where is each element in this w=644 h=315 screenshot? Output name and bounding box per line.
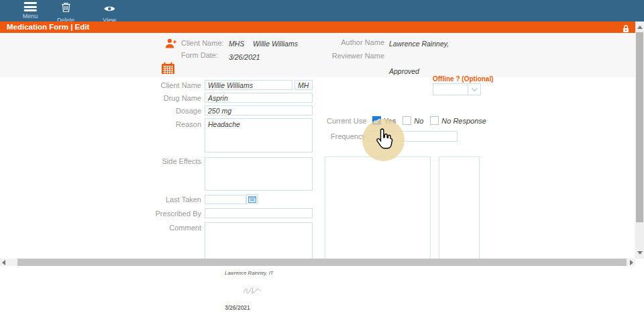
- frequency-input[interactable]: [368, 131, 458, 142]
- medication-form-screen: Menu Delete View: [0, 0, 644, 315]
- client-code-input[interactable]: [294, 80, 313, 90]
- frequency-group: Frequency: [331, 131, 458, 142]
- calendar-icon: [248, 195, 256, 203]
- current-use-no-checkbox[interactable]: [402, 116, 411, 125]
- reason-textarea[interactable]: Headache: [205, 118, 313, 152]
- current-use-no-label: No: [414, 117, 423, 125]
- prescribed-by-label: Prescribed By: [114, 210, 201, 218]
- client-name-label: Client Name: [114, 81, 201, 89]
- eye-icon: [103, 3, 115, 15]
- dosage-label: Dosage: [114, 107, 201, 115]
- header-reviewer-label: Reviewer Name: [304, 52, 384, 60]
- prescribed-by-input[interactable]: [205, 208, 313, 218]
- top-toolbar: Menu Delete View: [0, 0, 644, 21]
- person-add-icon: [164, 38, 178, 53]
- hamburger-icon: [23, 2, 36, 11]
- side-effects-label: Side Effects: [114, 157, 201, 165]
- offline-dropdown[interactable]: [433, 83, 481, 95]
- vertical-scrollbar-thumb[interactable]: [636, 32, 643, 222]
- comment-label: Comment: [114, 224, 201, 232]
- header-client-name: Willie Williams: [253, 40, 298, 48]
- comment-textarea[interactable]: [205, 222, 313, 261]
- trash-icon: [60, 2, 70, 15]
- header-form-date: 3/26/2021: [229, 53, 260, 61]
- menu-button[interactable]: Menu: [23, 2, 38, 19]
- notes-box-small[interactable]: [439, 156, 480, 261]
- header-client-name-label: Client Name:: [181, 39, 224, 47]
- header-author-label: Author Name: [304, 38, 384, 46]
- signature-name: Lawrence Rainney, IT: [225, 270, 273, 276]
- header-summary: Client Name: MHS Willie Williams Form Da…: [0, 33, 635, 77]
- client-name-input[interactable]: [205, 80, 292, 90]
- view-button[interactable]: View: [103, 2, 115, 24]
- scroll-up-arrow[interactable]: [637, 26, 643, 29]
- drug-name-input[interactable]: [205, 93, 313, 103]
- chevron-down-icon: [468, 84, 480, 95]
- last-taken-label: Last Taken: [114, 195, 201, 204]
- header-author-name: Lawrence Rainney,: [389, 40, 449, 48]
- last-taken-calendar-button[interactable]: [246, 194, 258, 204]
- scroll-right-arrow[interactable]: [630, 260, 633, 265]
- form-title-bar: Medication Form | Edit: [0, 21, 635, 33]
- side-effects-textarea[interactable]: [205, 157, 313, 191]
- header-form-date-label: Form Date:: [181, 51, 218, 59]
- approval-status: Approved: [389, 67, 419, 75]
- scroll-left-arrow[interactable]: [2, 260, 5, 265]
- vertical-scrollbar[interactable]: [635, 21, 644, 259]
- current-use-group: Current Use Yes No No Response: [327, 116, 493, 125]
- current-use-noresponse-label: No Response: [441, 117, 486, 125]
- drug-name-label: Drug Name: [114, 94, 201, 102]
- calendar-icon: [161, 62, 175, 77]
- delete-button[interactable]: Delete: [57, 2, 74, 24]
- header-client-code: MHS: [229, 40, 244, 48]
- menu-button-label: Menu: [23, 13, 38, 19]
- reason-label: Reason: [114, 120, 201, 128]
- current-use-label: Current Use: [327, 117, 366, 125]
- offline-dropdown-value: [433, 84, 468, 95]
- last-taken-input[interactable]: [205, 195, 246, 204]
- notes-box-large[interactable]: [325, 156, 431, 262]
- current-use-yes-checkbox[interactable]: [372, 116, 381, 125]
- current-use-noresponse-checkbox[interactable]: [430, 116, 439, 125]
- dosage-input[interactable]: [205, 105, 313, 116]
- offline-optional-label: Offline ? (Optional): [433, 75, 494, 83]
- signature-date: 3/26/2021: [225, 304, 250, 311]
- frequency-label: Frequency: [331, 132, 362, 140]
- current-use-yes-label: Yes: [384, 117, 396, 125]
- horizontal-scrollbar[interactable]: [0, 259, 635, 266]
- horizontal-scrollbar-thumb[interactable]: [17, 259, 627, 266]
- page-title: Medication Form | Edit: [7, 23, 89, 31]
- scroll-down-arrow[interactable]: [637, 251, 643, 255]
- signature-scribble: [241, 286, 263, 301]
